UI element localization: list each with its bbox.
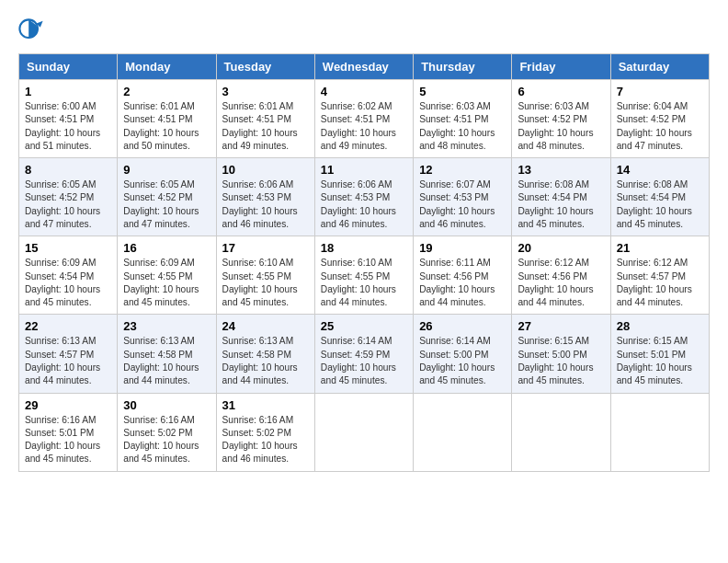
- calendar-day-28: 28 Sunrise: 6:15 AMSunset: 5:01 PMDaylig…: [610, 315, 709, 393]
- day-number: 2: [123, 85, 210, 98]
- calendar-week-1: 1 Sunrise: 6:00 AMSunset: 4:51 PMDayligh…: [19, 80, 710, 158]
- day-number: 26: [419, 319, 506, 333]
- day-number: 10: [222, 163, 309, 177]
- day-info: Sunrise: 6:02 AMSunset: 4:51 PMDaylight:…: [321, 101, 396, 151]
- calendar-day-10: 10 Sunrise: 6:06 AMSunset: 4:53 PMDaylig…: [216, 158, 314, 236]
- day-number: 6: [518, 85, 604, 98]
- empty-cell: [314, 393, 413, 471]
- empty-cell: [512, 393, 610, 471]
- calendar-day-22: 22 Sunrise: 6:13 AMSunset: 4:57 PMDaylig…: [19, 315, 118, 393]
- day-info: Sunrise: 6:10 AMSunset: 4:55 PMDaylight:…: [321, 258, 396, 307]
- calendar-day-19: 19 Sunrise: 6:11 AMSunset: 4:56 PMDaylig…: [414, 236, 512, 315]
- day-number: 25: [321, 319, 407, 333]
- calendar-day-27: 27 Sunrise: 6:15 AMSunset: 5:00 PMDaylig…: [512, 315, 610, 393]
- day-info: Sunrise: 6:04 AMSunset: 4:52 PMDaylight:…: [617, 101, 692, 151]
- day-number: 1: [25, 85, 111, 98]
- header-day-thursday: Thursday: [414, 54, 512, 80]
- calendar-week-4: 22 Sunrise: 6:13 AMSunset: 4:57 PMDaylig…: [19, 315, 710, 393]
- day-info: Sunrise: 6:13 AMSunset: 4:57 PMDaylight:…: [25, 336, 100, 385]
- header-day-monday: Monday: [118, 54, 216, 80]
- empty-cell: [414, 393, 512, 471]
- day-number: 20: [518, 241, 604, 255]
- calendar-day-8: 8 Sunrise: 6:05 AMSunset: 4:52 PMDayligh…: [19, 158, 118, 236]
- day-number: 27: [518, 319, 604, 333]
- header-day-saturday: Saturday: [610, 54, 709, 80]
- day-info: Sunrise: 6:10 AMSunset: 4:55 PMDaylight:…: [222, 258, 298, 307]
- day-number: 24: [222, 319, 309, 333]
- calendar-day-23: 23 Sunrise: 6:13 AMSunset: 4:58 PMDaylig…: [118, 315, 216, 393]
- calendar-day-29: 29 Sunrise: 6:16 AMSunset: 5:01 PMDaylig…: [19, 393, 118, 471]
- day-number: 23: [123, 319, 210, 333]
- day-number: 11: [321, 163, 407, 177]
- day-number: 18: [321, 241, 407, 255]
- day-info: Sunrise: 6:05 AMSunset: 4:52 PMDaylight:…: [25, 179, 100, 229]
- day-number: 29: [25, 398, 111, 412]
- header-day-tuesday: Tuesday: [216, 54, 314, 80]
- day-info: Sunrise: 6:13 AMSunset: 4:58 PMDaylight:…: [123, 336, 199, 385]
- logo-icon: [18, 18, 44, 44]
- day-info: Sunrise: 6:16 AMSunset: 5:01 PMDaylight:…: [25, 415, 100, 465]
- day-number: 15: [25, 241, 111, 255]
- calendar-day-6: 6 Sunrise: 6:03 AMSunset: 4:52 PMDayligh…: [512, 80, 610, 158]
- calendar-body: 1 Sunrise: 6:00 AMSunset: 4:51 PMDayligh…: [19, 80, 710, 472]
- calendar-day-30: 30 Sunrise: 6:16 AMSunset: 5:02 PMDaylig…: [118, 393, 216, 471]
- day-number: 14: [617, 163, 703, 177]
- day-number: 21: [617, 241, 703, 255]
- calendar-day-14: 14 Sunrise: 6:08 AMSunset: 4:54 PMDaylig…: [610, 158, 709, 236]
- day-info: Sunrise: 6:12 AMSunset: 4:57 PMDaylight:…: [617, 258, 692, 307]
- page-header: [18, 18, 710, 44]
- calendar-day-5: 5 Sunrise: 6:03 AMSunset: 4:51 PMDayligh…: [414, 80, 512, 158]
- calendar-week-2: 8 Sunrise: 6:05 AMSunset: 4:52 PMDayligh…: [19, 158, 710, 236]
- day-number: 16: [123, 241, 210, 255]
- day-info: Sunrise: 6:14 AMSunset: 5:00 PMDaylight:…: [419, 336, 495, 385]
- day-number: 5: [419, 85, 506, 98]
- day-number: 17: [222, 241, 309, 255]
- calendar-day-4: 4 Sunrise: 6:02 AMSunset: 4:51 PMDayligh…: [314, 80, 413, 158]
- day-info: Sunrise: 6:00 AMSunset: 4:51 PMDaylight:…: [25, 101, 100, 151]
- header-day-friday: Friday: [512, 54, 610, 80]
- day-number: 9: [123, 163, 210, 177]
- day-info: Sunrise: 6:09 AMSunset: 4:55 PMDaylight:…: [123, 258, 199, 307]
- calendar-week-5: 29 Sunrise: 6:16 AMSunset: 5:01 PMDaylig…: [19, 393, 710, 471]
- day-info: Sunrise: 6:15 AMSunset: 5:01 PMDaylight:…: [617, 336, 692, 385]
- calendar-day-11: 11 Sunrise: 6:06 AMSunset: 4:53 PMDaylig…: [314, 158, 413, 236]
- calendar-day-21: 21 Sunrise: 6:12 AMSunset: 4:57 PMDaylig…: [610, 236, 709, 315]
- calendar-day-13: 13 Sunrise: 6:08 AMSunset: 4:54 PMDaylig…: [512, 158, 610, 236]
- day-number: 22: [25, 319, 111, 333]
- day-info: Sunrise: 6:01 AMSunset: 4:51 PMDaylight:…: [222, 101, 298, 151]
- day-number: 8: [25, 163, 111, 177]
- empty-cell: [610, 393, 709, 471]
- calendar-day-20: 20 Sunrise: 6:12 AMSunset: 4:56 PMDaylig…: [512, 236, 610, 315]
- calendar-day-25: 25 Sunrise: 6:14 AMSunset: 4:59 PMDaylig…: [314, 315, 413, 393]
- day-info: Sunrise: 6:03 AMSunset: 4:51 PMDaylight:…: [419, 101, 495, 151]
- day-number: 30: [123, 398, 210, 412]
- calendar-day-12: 12 Sunrise: 6:07 AMSunset: 4:53 PMDaylig…: [414, 158, 512, 236]
- calendar-day-3: 3 Sunrise: 6:01 AMSunset: 4:51 PMDayligh…: [216, 80, 314, 158]
- day-info: Sunrise: 6:08 AMSunset: 4:54 PMDaylight:…: [518, 179, 593, 229]
- calendar-day-15: 15 Sunrise: 6:09 AMSunset: 4:54 PMDaylig…: [19, 236, 118, 315]
- calendar-day-17: 17 Sunrise: 6:10 AMSunset: 4:55 PMDaylig…: [216, 236, 314, 315]
- day-info: Sunrise: 6:06 AMSunset: 4:53 PMDaylight:…: [321, 179, 396, 229]
- day-number: 7: [617, 85, 703, 98]
- day-info: Sunrise: 6:03 AMSunset: 4:52 PMDaylight:…: [518, 101, 593, 151]
- day-info: Sunrise: 6:01 AMSunset: 4:51 PMDaylight:…: [123, 101, 199, 151]
- day-info: Sunrise: 6:08 AMSunset: 4:54 PMDaylight:…: [617, 179, 692, 229]
- day-info: Sunrise: 6:06 AMSunset: 4:53 PMDaylight:…: [222, 179, 298, 229]
- day-info: Sunrise: 6:09 AMSunset: 4:54 PMDaylight:…: [25, 258, 100, 307]
- day-info: Sunrise: 6:16 AMSunset: 5:02 PMDaylight:…: [222, 415, 298, 465]
- calendar-day-2: 2 Sunrise: 6:01 AMSunset: 4:51 PMDayligh…: [118, 80, 216, 158]
- calendar-day-9: 9 Sunrise: 6:05 AMSunset: 4:52 PMDayligh…: [118, 158, 216, 236]
- day-number: 13: [518, 163, 604, 177]
- header-row: SundayMondayTuesdayWednesdayThursdayFrid…: [19, 54, 710, 80]
- calendar-table: SundayMondayTuesdayWednesdayThursdayFrid…: [18, 53, 710, 472]
- calendar-day-26: 26 Sunrise: 6:14 AMSunset: 5:00 PMDaylig…: [414, 315, 512, 393]
- day-info: Sunrise: 6:07 AMSunset: 4:53 PMDaylight:…: [419, 179, 495, 229]
- day-number: 3: [222, 85, 309, 98]
- day-info: Sunrise: 6:15 AMSunset: 5:00 PMDaylight:…: [518, 336, 593, 385]
- day-number: 19: [419, 241, 506, 255]
- calendar-day-7: 7 Sunrise: 6:04 AMSunset: 4:52 PMDayligh…: [610, 80, 709, 158]
- day-number: 28: [617, 319, 703, 333]
- calendar-day-1: 1 Sunrise: 6:00 AMSunset: 4:51 PMDayligh…: [19, 80, 118, 158]
- calendar-header: SundayMondayTuesdayWednesdayThursdayFrid…: [19, 54, 710, 80]
- calendar-day-24: 24 Sunrise: 6:13 AMSunset: 4:58 PMDaylig…: [216, 315, 314, 393]
